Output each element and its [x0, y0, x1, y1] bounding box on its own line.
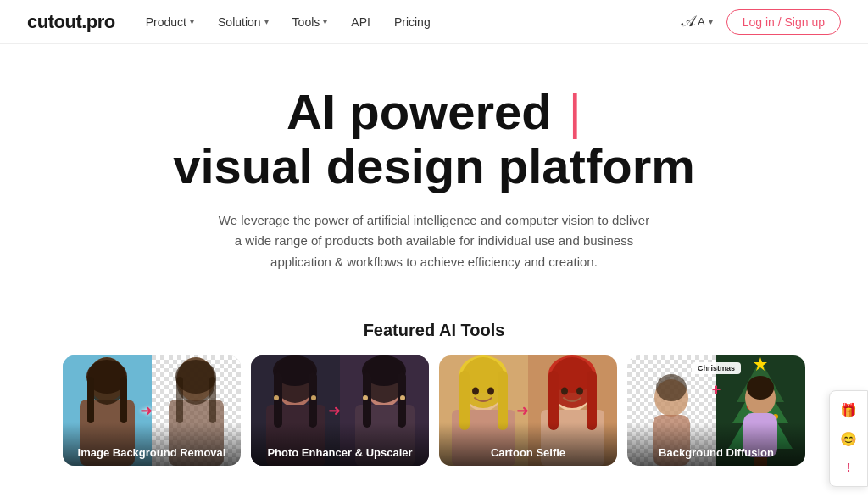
hero-title: AI powered | visual design platform — [173, 85, 695, 193]
svg-rect-15 — [176, 377, 183, 423]
svg-point-52 — [576, 387, 583, 394]
hero-section: AI powered | visual design platform We l… — [0, 44, 868, 321]
cursor-bar: | — [569, 84, 581, 139]
svg-point-51 — [561, 387, 568, 394]
gift-button[interactable]: 🎁 — [835, 396, 862, 423]
arrow-right-icon: ➜ — [328, 401, 341, 420]
face-button[interactable]: 😊 — [835, 425, 862, 452]
hero-title-line1: AI powered | — [287, 84, 581, 139]
christmas-badge: Christmas — [692, 362, 741, 374]
face-icon: 😊 — [840, 431, 857, 447]
arrow-right-icon: ➜ — [516, 401, 529, 420]
tool-label-cartoon-selfie: Cartoon Selfie — [439, 422, 617, 466]
tools-row: ➜ Image Background Removal — [0, 355, 868, 466]
nav-item-tools[interactable]: Tools ▾ — [292, 15, 328, 29]
nav-item-product[interactable]: Product ▾ — [146, 15, 194, 29]
featured-section: Featured AI Tools — [0, 321, 868, 340]
svg-point-43 — [487, 387, 494, 394]
nav-right: 𝒜 A ▾ Log in / Sign up — [682, 9, 841, 35]
nav-item-solution[interactable]: Solution ▾ — [218, 15, 269, 29]
tool-card-bg-diffusion[interactable]: Christmas + Background Diffusion — [627, 355, 805, 466]
svg-point-42 — [472, 387, 479, 394]
svg-point-33 — [363, 395, 368, 400]
chevron-down-icon: ▾ — [190, 17, 194, 26]
chevron-down-icon: ▾ — [264, 17, 269, 26]
svg-point-73 — [747, 376, 774, 400]
svg-rect-50 — [587, 371, 597, 430]
logo[interactable]: cutout.pro — [27, 11, 115, 33]
chevron-down-icon: ▾ — [709, 17, 713, 26]
login-button[interactable]: Log in / Sign up — [726, 9, 841, 35]
hero-title-line2: visual design platform — [173, 138, 695, 193]
tool-label-photo-enhancer: Photo Enhancer & Upscaler — [251, 422, 429, 466]
svg-point-25 — [311, 395, 316, 400]
nav-item-pricing[interactable]: Pricing — [394, 15, 431, 29]
svg-rect-49 — [548, 371, 559, 430]
svg-point-59 — [656, 374, 687, 401]
plus-icon: + — [712, 381, 721, 399]
floating-sidebar: 🎁 😊 ! — [829, 390, 868, 487]
alert-button[interactable]: ! — [835, 454, 862, 481]
svg-point-24 — [274, 395, 279, 400]
alert-icon: ! — [847, 461, 851, 474]
nav-item-api[interactable]: API — [351, 15, 370, 29]
gift-icon: 🎁 — [840, 402, 857, 418]
svg-point-34 — [400, 395, 405, 400]
featured-title: Featured AI Tools — [27, 321, 841, 340]
nav-links: Product ▾ Solution ▾ Tools ▾ API Pricing — [146, 15, 682, 29]
svg-rect-40 — [459, 371, 470, 430]
language-button[interactable]: 𝒜 A ▾ — [682, 13, 713, 31]
tool-card-cartoon-selfie[interactable]: ➜ Cartoon Selfie — [439, 355, 617, 466]
svg-rect-16 — [209, 377, 216, 423]
svg-rect-41 — [498, 371, 508, 430]
tool-card-bg-removal[interactable]: ➜ Image Background Removal — [63, 355, 241, 466]
svg-rect-5 — [87, 377, 94, 423]
navbar: cutout.pro Product ▾ Solution ▾ Tools ▾ … — [0, 0, 868, 44]
tool-card-photo-enhancer[interactable]: ➜ Photo Enhancer & Upscaler — [251, 355, 429, 466]
tool-label-bg-removal: Image Background Removal — [63, 422, 241, 466]
tool-label-bg-diffusion: Background Diffusion — [627, 422, 805, 466]
chevron-down-icon: ▾ — [323, 17, 327, 26]
arrow-right-icon: ➜ — [140, 401, 153, 420]
translate-icon: 𝒜 — [682, 13, 694, 31]
svg-rect-6 — [120, 377, 127, 423]
hero-subtitle: We leverage the power of artificial inte… — [214, 210, 654, 273]
